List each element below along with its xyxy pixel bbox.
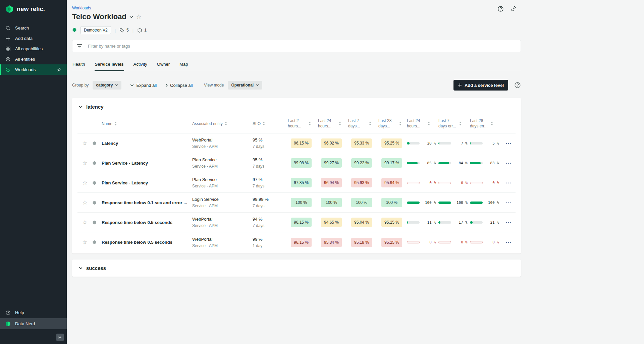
permalink-icon[interactable] <box>511 6 517 12</box>
service-level-name[interactable]: Plan Service - Latency <box>102 161 192 166</box>
service-level-name[interactable]: Response time below 0.5 seconds <box>102 220 192 225</box>
tab-activity[interactable]: Activity <box>133 60 148 71</box>
error-budget-value: 100 % <box>453 200 468 205</box>
column-header-last-2-hours[interactable]: Last 2 hours... <box>286 118 316 129</box>
error-budget-bar <box>470 162 483 164</box>
help-question-icon[interactable] <box>497 6 504 12</box>
row-actions-menu[interactable]: ⋯ <box>505 200 512 206</box>
tab-map[interactable]: Map <box>179 60 188 71</box>
sli-value-badge: 100 % <box>351 198 372 207</box>
tab-service-levels[interactable]: Service levels <box>95 60 124 71</box>
section-header-latency[interactable]: latency <box>77 104 516 110</box>
error-budget-value: 11 % <box>422 220 436 225</box>
row-actions-menu[interactable]: ⋯ <box>505 140 512 146</box>
error-budget-value: 0 % <box>485 240 499 244</box>
associated-entity-name[interactable]: WebPortal <box>192 237 253 242</box>
expand-all-button[interactable]: Expand all <box>130 83 157 88</box>
tab-owner[interactable]: Owner <box>157 60 170 71</box>
column-header-last-7-days-error-budget[interactable]: Last 7 days err... <box>438 118 470 129</box>
group-by-dropdown[interactable]: category <box>93 81 121 90</box>
sidebar-item-add-data[interactable]: Add data <box>0 33 67 44</box>
service-level-name[interactable]: Plan Service - Latency <box>102 180 192 185</box>
table-header-row: Name Associated entity SLO Last 2 hours.… <box>77 110 516 133</box>
favorite-star-icon[interactable]: ☆ <box>82 140 87 146</box>
associated-entity-name[interactable]: Plan Service <box>192 177 253 182</box>
chevron-down-icon <box>256 84 259 86</box>
column-header-last-28-days-error-budget[interactable]: Last 28 days err... <box>470 118 501 129</box>
account-chip[interactable]: Demotron V2 <box>80 26 111 34</box>
favorite-star-icon[interactable]: ☆ <box>82 180 87 186</box>
error-budget-value: 100 % <box>422 200 436 205</box>
sidebar-collapse-button[interactable] <box>56 334 64 341</box>
column-header-last-24-hours[interactable]: Last 24 hours... <box>316 118 346 129</box>
workload-count[interactable]: 1 <box>137 28 147 33</box>
tags-count[interactable]: 5 <box>119 28 129 33</box>
column-header-name[interactable]: Name <box>102 121 192 126</box>
error-budget-value: 21 % <box>485 220 499 225</box>
sidebar-item-search[interactable]: Search <box>0 23 67 33</box>
service-levels-help-icon[interactable] <box>514 82 521 89</box>
favorite-workload-star-icon[interactable]: ☆ <box>136 14 142 20</box>
column-header-associated-entity[interactable]: Associated entity <box>192 121 253 126</box>
associated-entity-name[interactable]: Plan Service <box>192 157 253 162</box>
pin-icon[interactable] <box>57 67 61 72</box>
tags-count-value: 5 <box>126 28 129 33</box>
sidebar-item-label: Workloads <box>15 67 36 72</box>
filter-input[interactable] <box>88 44 517 49</box>
favorite-star-icon[interactable]: ☆ <box>82 200 87 206</box>
error-budget-bar <box>407 162 420 164</box>
page-title: Telco Workload <box>72 12 126 21</box>
breadcrumb[interactable]: Workloads <box>72 6 91 10</box>
grid-icon <box>5 46 11 52</box>
sli-value-badge: 95.93 % <box>351 178 372 187</box>
sli-value-badge: 96.02 % <box>321 138 342 148</box>
add-service-level-button[interactable]: Add a service level <box>453 80 508 91</box>
column-header-last-7-days[interactable]: Last 7 days... <box>346 118 377 129</box>
sidebar-item-help[interactable]: Help <box>0 307 67 318</box>
column-header-last-28-days[interactable]: Last 28 days... <box>377 118 407 129</box>
service-level-name[interactable]: Response time below 0.1 sec and error ..… <box>102 200 192 205</box>
sort-icon <box>428 122 430 125</box>
sort-icon <box>339 122 341 125</box>
collapse-all-button[interactable]: Collapse all <box>165 83 193 88</box>
workloads-icon <box>5 67 11 72</box>
column-header-last-24-hours-error-budget[interactable]: Last 24 hours... <box>407 118 438 129</box>
entity-hexagon-icon <box>92 220 102 225</box>
chevron-down-icon <box>79 106 83 108</box>
workload-count-value: 1 <box>144 28 147 33</box>
plus-icon <box>458 83 462 87</box>
section-header-success[interactable]: success <box>77 265 516 271</box>
sli-value-badge: 95.94 % <box>381 178 402 187</box>
section-title: latency <box>86 104 104 110</box>
view-mode-dropdown[interactable]: Operational <box>228 81 262 90</box>
filter-bar[interactable] <box>72 40 521 52</box>
associated-entity-name[interactable]: WebPortal <box>192 217 253 222</box>
sidebar-item-label: Search <box>15 25 29 31</box>
service-level-name[interactable]: Latency <box>102 141 192 146</box>
sort-icon <box>263 122 265 125</box>
row-actions-menu[interactable]: ⋯ <box>505 220 512 225</box>
entity-hexagon-icon <box>92 240 102 244</box>
error-budget-bar <box>438 182 451 184</box>
service-level-name[interactable]: Response time below 0.5 seconds <box>102 240 192 245</box>
favorite-star-icon[interactable]: ☆ <box>82 220 87 225</box>
sidebar-item-label: All entities <box>15 57 35 62</box>
row-actions-menu[interactable]: ⋯ <box>505 160 512 166</box>
sidebar-item-all-capabilities[interactable]: All capabilities <box>0 44 67 54</box>
row-actions-menu[interactable]: ⋯ <box>505 239 512 245</box>
sli-value-badge: 94.65 % <box>321 218 342 227</box>
error-budget-bar <box>407 142 420 145</box>
tab-health[interactable]: Health <box>72 60 86 71</box>
sidebar-item-workloads[interactable]: Workloads <box>0 64 67 75</box>
sort-icon <box>225 122 227 125</box>
sidebar-item-all-entities[interactable]: All entities <box>0 54 67 64</box>
sidebar-item-data-nerd[interactable]: Data Nerd <box>0 318 67 329</box>
associated-entity-name[interactable]: Login Service <box>192 197 253 202</box>
associated-entity-type: Service - APM <box>192 184 253 188</box>
associated-entity-name[interactable]: WebPortal <box>192 137 253 142</box>
title-dropdown-chevron-icon[interactable] <box>129 16 133 18</box>
row-actions-menu[interactable]: ⋯ <box>505 180 512 186</box>
favorite-star-icon[interactable]: ☆ <box>82 239 87 245</box>
column-header-slo[interactable]: SLO <box>253 121 286 126</box>
favorite-star-icon[interactable]: ☆ <box>82 160 87 166</box>
